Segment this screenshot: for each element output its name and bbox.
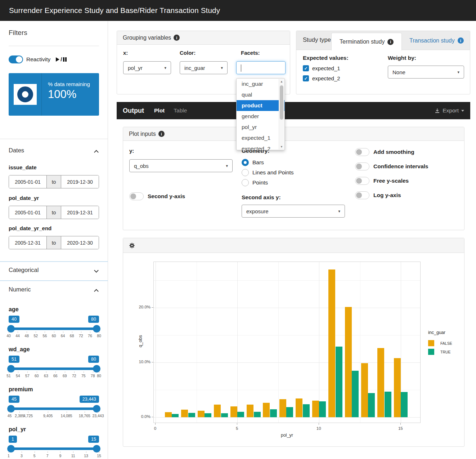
gridline-major (319, 262, 319, 423)
geometry-option-lines-points[interactable]: Lines and Points (242, 169, 294, 176)
categorical-section-header[interactable]: Categorical (0, 263, 108, 279)
slider-tick-label: 14,085 (61, 414, 72, 418)
info-icon[interactable]: i (158, 131, 165, 137)
pol-date-yr-to-input[interactable]: 2019-12-31 (61, 206, 99, 219)
slider-track[interactable] (9, 327, 99, 330)
info-icon[interactable]: i (387, 39, 394, 45)
bar-true (319, 401, 326, 417)
color-select[interactable]: inc_guar▾ (180, 61, 228, 74)
second-y-axis-toggle[interactable] (129, 192, 144, 200)
dropdown-option[interactable]: pol_yr (237, 122, 284, 133)
free-y-scales-toggle[interactable] (355, 177, 369, 185)
expected-1-checkbox-row[interactable]: ✓ expected_1 (303, 65, 340, 71)
plot-inputs-card: Plot inputs i y: q_obs▾ Second y-axis Ge… (123, 127, 464, 230)
numeric-section-header[interactable]: Numeric (0, 282, 108, 298)
pol-date-yr-from-input[interactable]: 2005-01-01 (9, 206, 46, 219)
grouping-variables-header: Grouping variables i (117, 31, 290, 45)
tab-table[interactable]: Table (174, 107, 187, 114)
dropdown-option[interactable]: expected_2 (237, 143, 284, 150)
dropdown-option[interactable]: inc_guar (237, 79, 284, 89)
legend-title: inc_guar (428, 330, 445, 335)
slider-tick-mark (74, 371, 75, 373)
pol-yr-slider-label: pol_yr (9, 426, 26, 433)
second-y-axis-toggle-row[interactable]: Second y-axis (129, 192, 185, 200)
expected-2-checkbox-row[interactable]: ✓ expected_2 (303, 75, 340, 81)
termination-study-tab-label: Termination study (340, 39, 385, 45)
slider-track[interactable] (9, 367, 99, 370)
reactivity-toggle[interactable] (9, 55, 23, 63)
gridline-major (154, 417, 420, 418)
slider-tick-label: 4,725 (23, 414, 33, 418)
plot-settings-gear-icon[interactable] (129, 242, 135, 249)
log-y-axis-toggle-row[interactable]: Log y-axis (355, 191, 401, 199)
info-icon[interactable]: i (174, 35, 180, 41)
x-select[interactable]: pol_yr▾ (123, 61, 171, 74)
scrollbar-thumb[interactable] (280, 85, 283, 120)
slider-tick-label: 72 (79, 334, 83, 338)
confidence-intervals-toggle-row[interactable]: Confidence intervals (355, 162, 428, 170)
premium-slider[interactable]: 4523,443452,3854,7259,40514,08518,76523,… (9, 396, 99, 420)
slider-handle-right[interactable] (93, 405, 100, 413)
data-remaining-label: % data remaining (48, 81, 90, 87)
radio-selected-icon[interactable] (242, 159, 249, 166)
pol-date-yr-end-from-input[interactable]: 2005-12-31 (9, 236, 46, 249)
pol-date-yr-end-to-input[interactable]: 2020-12-30 (61, 236, 99, 249)
radio-unselected-icon[interactable] (242, 179, 249, 186)
tab-transaction-study[interactable]: Transaction study i (404, 31, 469, 50)
dropdown-option[interactable]: product (237, 100, 284, 111)
tab-plot[interactable]: Plot (154, 107, 165, 114)
slider-tick-mark (18, 331, 18, 333)
geometry-option-points[interactable]: Points (242, 179, 268, 186)
bar-chart: 0.0%10.0%20.0%051015pol_yrq_obsinc_guarF… (123, 253, 464, 446)
toggle-knob (16, 56, 22, 63)
output-bar: Output Plot Table Export (117, 102, 470, 119)
add-smoothing-toggle-row[interactable]: Add smoothing (355, 148, 414, 156)
geometry-option-bars[interactable]: Bars (242, 159, 264, 166)
issue-date-to-input[interactable]: 2019-12-30 (61, 175, 99, 188)
gridline-minor (278, 262, 279, 423)
second-axis-y-select[interactable]: exposure▾ (242, 205, 345, 218)
slider-tick-label: 51 (6, 374, 11, 378)
scroll-down-icon[interactable]: ▼ (279, 145, 284, 148)
chevron-up-icon (94, 150, 99, 155)
dropdown-option[interactable]: expected_1 (237, 133, 284, 143)
weight-by-select[interactable]: None▾ (388, 66, 464, 79)
caret-down-icon (461, 110, 464, 112)
dropdown-scrollbar[interactable]: ▲ ▼ (279, 79, 284, 150)
slider-max-badge: 80 (88, 356, 99, 363)
age-slider[interactable]: 40804044485256606468727680 (9, 316, 99, 340)
slider-tick-label: 45 (8, 414, 12, 418)
dropdown-option[interactable]: gender (237, 111, 284, 122)
categorical-section-label: Categorical (9, 267, 39, 273)
log-y-axis-toggle[interactable] (355, 191, 369, 199)
tab-termination-study[interactable]: Termination study i (331, 33, 402, 50)
y-select[interactable]: q_obs▾ (129, 159, 233, 172)
slider-tick-mark (73, 451, 73, 453)
facets-input[interactable] (236, 61, 286, 74)
slider-track[interactable] (9, 407, 99, 410)
legend-label-true: TRUE (440, 350, 451, 354)
slider-tick-label: 2,385 (15, 414, 24, 418)
slider-handle-left[interactable] (7, 405, 15, 413)
export-button[interactable]: Export (435, 107, 464, 114)
radio-unselected-icon[interactable] (242, 169, 249, 176)
pol-yr-slider[interactable]: 11513579111315 (9, 436, 99, 459)
slider-tick-label: 7 (46, 454, 49, 458)
slider-track[interactable] (9, 447, 99, 450)
add-smoothing-toggle[interactable] (355, 148, 369, 156)
checkbox-checked-icon[interactable]: ✓ (303, 75, 309, 81)
checkbox-checked-icon[interactable]: ✓ (303, 65, 309, 71)
plot-panel (153, 262, 421, 423)
bar-true (336, 347, 342, 417)
dropdown-option[interactable]: qual (237, 89, 284, 100)
bar-true (286, 407, 293, 417)
free-y-scales-toggle-row[interactable]: Free y-scales (355, 177, 409, 185)
info-icon[interactable]: i (458, 37, 464, 44)
wd-age-slider[interactable]: 51805154576063666972757880 (9, 356, 99, 380)
dates-section-header[interactable]: Dates (0, 143, 108, 159)
slider-tick-mark (22, 451, 22, 453)
dates-section-label: Dates (9, 147, 24, 154)
confidence-intervals-toggle[interactable] (355, 162, 369, 170)
issue-date-from-input[interactable]: 2005-01-01 (9, 175, 46, 188)
scroll-up-icon[interactable]: ▲ (279, 80, 284, 83)
